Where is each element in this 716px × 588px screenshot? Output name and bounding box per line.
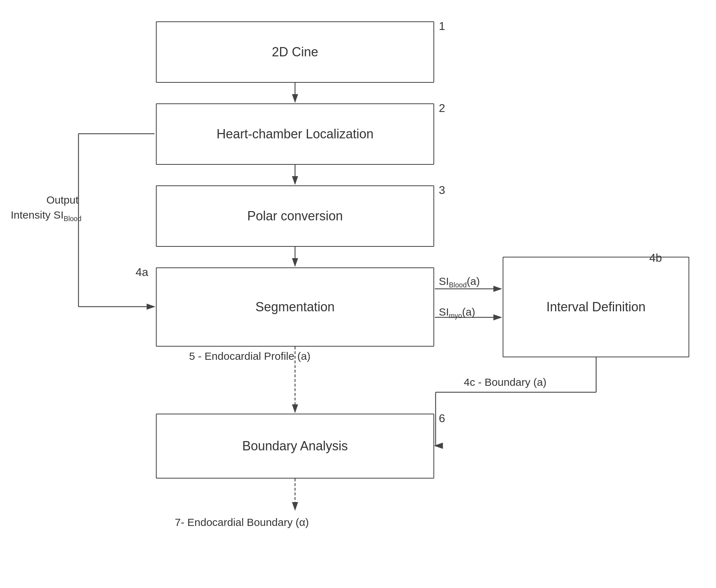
box-2d-cine: 2D Cine (156, 21, 434, 83)
box-boundary-analysis-label: Boundary Analysis (242, 439, 348, 454)
box-boundary-analysis: Boundary Analysis (156, 414, 434, 479)
label-num4a: 4a (136, 266, 148, 279)
label-num1: 1 (439, 20, 445, 33)
box-interval-label: Interval Definition (546, 300, 645, 315)
box-interval: Interval Definition (503, 257, 689, 357)
box-localization: Heart-chamber Localization (156, 103, 434, 165)
si-blood-a-label: SIBlood(a) (439, 275, 480, 289)
si-myo-a-label: SImyo(a) (439, 306, 475, 320)
label-num3: 3 (439, 184, 445, 197)
box-segmentation: Segmentation (156, 267, 434, 347)
label-endocardial-profile: 5 - Endocardial Profile (a) (189, 350, 310, 362)
label-endocardial-boundary: 7- Endocardial Boundary (α) (175, 516, 309, 528)
box-polar: Polar conversion (156, 185, 434, 247)
label-num6: 6 (439, 412, 445, 425)
box-polar-label: Polar conversion (247, 209, 343, 224)
label-4c-boundary: 4c - Boundary (a) (464, 376, 547, 388)
diagram: 2D Cine 1 Heart-chamber Localization 2 P… (0, 0, 716, 588)
output-intensity-label: OutputIntensity SIBlood (11, 193, 78, 224)
label-num4b: 4b (649, 251, 662, 265)
label-num2: 2 (439, 102, 445, 115)
box-segmentation-label: Segmentation (255, 300, 335, 315)
box-localization-label: Heart-chamber Localization (217, 127, 374, 142)
box-2d-cine-label: 2D Cine (272, 45, 318, 60)
